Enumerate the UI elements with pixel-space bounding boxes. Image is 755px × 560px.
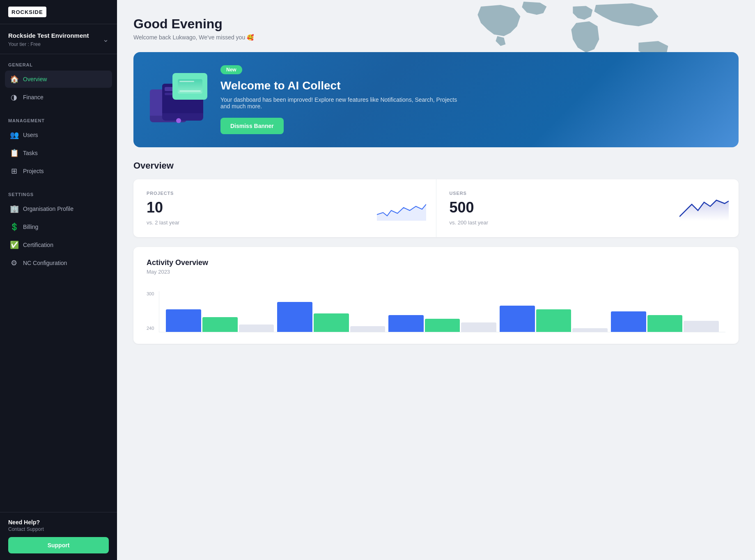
sidebar-item-finance[interactable]: ◑ Finance [5,89,112,106]
sidebar-item-label-projects: Projects [23,168,44,174]
sidebar-item-overview[interactable]: 🏠 Overview [5,71,112,88]
need-help-label: Need Help? [8,519,109,526]
dismiss-banner-button[interactable]: Dismiss Banner [220,118,284,134]
stat-label-users: USERS [450,191,726,196]
org-profile-icon: 🏢 [10,204,18,213]
sidebar-item-label-tasks: Tasks [23,150,38,156]
y-label-240: 240 [147,326,154,331]
stats-row: PROJECTS 10 vs. 2 last year [133,179,739,237]
org-switcher[interactable]: Rockside Test Environment Your tier : Fr… [0,24,117,54]
sidebar-item-billing[interactable]: 💲 Billing [5,218,112,235]
sidebar-item-label-overview: Overview [23,76,47,82]
dot-decoration [176,118,181,123]
activity-date: May 2023 [147,269,725,275]
contact-support-link[interactable]: Contact Support [8,526,109,532]
billing-icon: 💲 [10,222,18,231]
sidebar-item-label-nc-config: NC Configuration [23,260,67,266]
chart-y-axis: 300 240 [147,291,154,332]
tasks-icon: 📋 [10,149,18,158]
sidebar-item-nc-config[interactable]: ⚙ NC Configuration [5,254,112,272]
nav-section-general: GENERAL 🏠 Overview ◑ Finance [0,54,117,110]
section-label-settings: SETTINGS [5,192,112,197]
banner-title: Welcome to AI Collect [220,79,722,92]
sidebar-item-projects[interactable]: ⊞ Projects [5,162,112,180]
finance-icon: ◑ [10,93,18,102]
nc-config-icon: ⚙ [10,258,18,267]
overview-section-title: Overview [133,160,739,171]
chart-bars [159,291,725,332]
stat-chart-users [679,196,729,221]
section-label-general: GENERAL [5,62,112,67]
logo: ROCKSIDE [8,7,46,17]
sidebar-item-tasks[interactable]: 📋 Tasks [5,144,112,162]
card-image [178,79,202,94]
nav-section-settings: SETTINGS 🏢 Organisation Profile 💲 Billin… [0,184,117,276]
bar-gray-3 [461,322,496,332]
sidebar-item-certification[interactable]: ✅ Certification [5,236,112,254]
bar-group-4 [500,295,608,332]
bar-green-1 [202,317,238,332]
section-label-management: MANAGEMENT [5,118,112,123]
stat-chart-projects [377,196,426,221]
main-content: Good Evening Welcome back Lukwago, We've… [117,0,755,560]
sidebar-item-org-profile[interactable]: 🏢 Organisation Profile [5,200,112,217]
bar-green-2 [314,313,349,332]
sidebar-item-label-org-profile: Organisation Profile [23,206,73,212]
sidebar-item-label-finance: Finance [23,94,44,101]
sidebar-logo-section: ROCKSIDE [0,0,117,24]
bar-blue-3 [388,315,424,332]
activity-card: Activity Overview May 2023 300 240 [133,247,739,344]
bar-green-3 [425,319,460,332]
bar-gray-5 [684,321,719,332]
welcome-banner: New Welcome to AI Collect Your dashboard… [133,52,739,147]
greeting-section: Good Evening Welcome back Lukwago, We've… [133,16,739,41]
activity-chart: 300 240 [147,283,725,332]
new-badge: New [220,65,242,74]
bar-green-4 [536,309,571,332]
sidebar-item-label-certification: Certification [23,242,53,248]
bar-gray-4 [572,328,608,332]
floating-card-illustration [172,73,207,100]
greeting-title: Good Evening [133,16,739,32]
org-info: Rockside Test Environment Your tier : Fr… [8,32,89,47]
card-top-bar [179,81,194,82]
bar-blue-2 [277,302,312,332]
banner-illustration [150,73,207,126]
chevron-down-icon: ⌄ [103,35,109,44]
nav-section-management: MANAGEMENT 👥 Users 📋 Tasks ⊞ Projects [0,110,117,184]
projects-icon: ⊞ [10,167,18,176]
bar-gray-2 [350,326,386,332]
sidebar-bottom: Need Help? Contact Support Support [0,512,117,560]
logo-text: ROCKSIDE [11,9,43,15]
y-label-300: 300 [147,291,154,296]
support-button[interactable]: Support [8,537,109,553]
bar-blue-5 [611,311,646,332]
sidebar-item-label-users: Users [23,132,38,138]
org-name: Rockside Test Environment [8,32,89,40]
sidebar-item-label-billing: Billing [23,224,38,230]
sidebar-item-users[interactable]: 👥 Users [5,126,112,144]
sidebar: ROCKSIDE Rockside Test Environment Your … [0,0,117,560]
banner-content: New Welcome to AI Collect Your dashboard… [220,65,722,134]
stat-card-projects: PROJECTS 10 vs. 2 last year [133,179,436,237]
bar-blue-4 [500,306,535,332]
home-icon: 🏠 [10,75,18,84]
org-tier: Your tier : Free [8,41,89,47]
greeting-subtitle: Welcome back Lukwago, We've missed you 🥰 [133,34,739,41]
bar-blue-1 [166,309,201,332]
stat-label-projects: PROJECTS [147,191,423,196]
stat-card-users: USERS 500 vs. 200 last year [436,179,739,237]
card-bottom-bar [179,90,201,92]
bar-group-3 [388,295,496,332]
activity-title: Activity Overview [147,258,725,267]
banner-description: Your dashboard has been improved! Explor… [220,96,467,110]
main-inner: Good Evening Welcome back Lukwago, We've… [117,0,755,360]
certification-icon: ✅ [10,240,18,249]
users-icon: 👥 [10,130,18,139]
bar-group-5 [611,295,719,332]
bar-green-5 [647,315,683,332]
bar-group-2 [277,295,385,332]
bar-gray-1 [239,325,274,332]
bar-group-1 [166,295,274,332]
